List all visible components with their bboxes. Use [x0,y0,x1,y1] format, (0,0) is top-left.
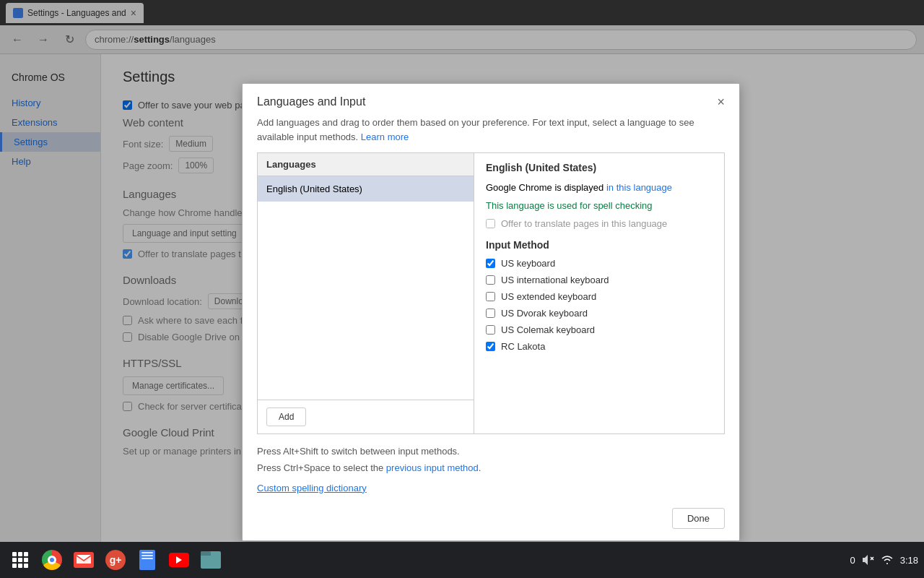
display-language-row: Google Chrome is displayed in this langu… [486,182,712,193]
taskbar-youtube[interactable] [165,545,193,574]
languages-column-header: Languages [258,153,474,176]
shortcut-line1: Press Alt+Shift to switch between input … [257,443,725,460]
taskbar-files[interactable] [196,545,225,574]
files-icon [201,551,221,569]
input-method-checkbox-2[interactable] [486,292,495,301]
youtube-play-icon [176,556,182,564]
language-list-scroll[interactable]: English (United States) [258,176,474,400]
taskbar-google-plus[interactable]: g+ [101,545,130,574]
input-method-checkbox-3[interactable] [486,309,495,318]
offer-translate-dialog-label: Offer to translate pages in this languag… [501,218,667,229]
wifi-icon [880,554,894,566]
language-table: Languages English (United States) Add En… [257,152,725,434]
input-method-checkbox-5[interactable] [486,342,495,351]
languages-dialog: Languages and Input × Add languages and … [242,83,740,541]
input-method-checkbox-1[interactable] [486,275,495,285]
dialog-close-btn[interactable]: × [717,95,725,108]
language-item-label: English (United States) [266,184,362,194]
shortcut-line2-text: Press Ctrl+Space to select the [257,462,386,473]
taskbar-docs[interactable] [133,545,162,574]
done-button[interactable]: Done [672,508,725,529]
input-method-checkbox-4[interactable] [486,325,495,335]
language-list-footer: Add [258,400,474,434]
gmail-icon [74,552,94,568]
taskbar-right: 0 3:18 [850,553,918,566]
dialog-footer-text: Press Alt+Shift to switch between input … [243,434,739,502]
display-language-text: Google Chrome is displayed [486,182,603,193]
taskbar-chrome[interactable] [38,545,66,574]
language-item-english[interactable]: English (United States) [258,176,474,202]
offer-translate-dialog-row: Offer to translate pages in this languag… [486,218,712,229]
launcher-icon [12,552,28,568]
input-method-label-0: US keyboard [501,258,555,269]
taskbar-apps: g+ [6,545,847,574]
input-method-row-4: US Colemak keyboard [486,324,712,335]
taskbar-gmail[interactable] [69,545,98,574]
offer-translate-dialog-checkbox[interactable] [486,219,495,228]
spell-check-row: This language is used for spell checking [486,200,712,211]
input-method-label-1: US international keyboard [501,275,609,285]
taskbar-launcher[interactable] [6,545,35,574]
dialog-desc-text: Add languages and drag to order them bas… [257,117,694,142]
taskbar: g+ 0 [0,542,924,578]
dialog-header: Languages and Input × [243,84,739,116]
input-method-label-3: US Dvorak keyboard [501,308,588,319]
input-methods-list: US keyboardUS international keyboardUS e… [486,258,712,352]
input-method-label-5: RC Lakota [501,341,545,352]
learn-more-link[interactable]: Learn more [361,131,409,142]
spell-check-text: This language is used for spell checking [486,200,653,211]
battery-num: 0 [850,555,855,566]
mute-icon [861,553,874,566]
chrome-icon [42,550,62,570]
language-list-panel: Languages English (United States) Add [258,153,474,434]
time-display: 3:18 [900,555,918,566]
dialog-description: Add languages and drag to order them bas… [243,116,739,152]
input-method-row-2: US extended keyboard [486,291,712,302]
dialog-actions: Done [243,502,739,540]
input-method-checkbox-0[interactable] [486,259,495,268]
custom-spelling-link[interactable]: Custom spelling dictionary [257,483,367,493]
input-method-label-2: US extended keyboard [501,291,596,302]
input-method-label-4: US Colemak keyboard [501,324,595,335]
docs-icon [139,550,155,570]
input-method-row-1: US international keyboard [486,275,712,285]
display-language-highlight: in this language [606,182,672,193]
input-method-row-0: US keyboard [486,258,712,269]
dialog-title: Languages and Input [257,95,365,108]
shortcut-line2: Press Ctrl+Space to select the previous … [257,460,725,476]
input-method-row-5: RC Lakota [486,341,712,352]
input-method-title: Input Method [486,239,712,251]
google-plus-icon: g+ [105,550,126,570]
language-detail-panel: English (United States) Google Chrome is… [474,153,724,434]
add-language-btn[interactable]: Add [266,407,306,426]
youtube-icon [169,553,189,567]
input-method-row-3: US Dvorak keyboard [486,308,712,319]
language-detail-title: English (United States) [486,162,712,173]
